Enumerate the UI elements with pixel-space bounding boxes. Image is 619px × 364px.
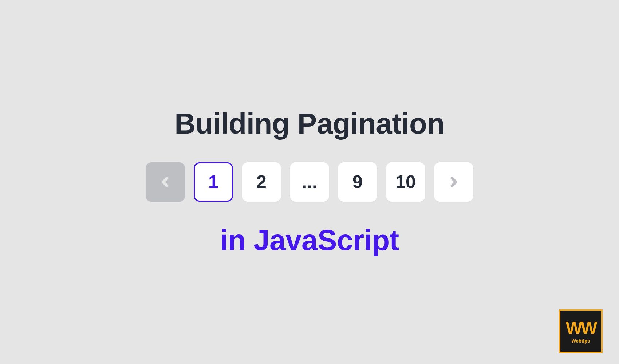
main-content: Building Pagination 1 2 ... 9 10 in Java… [146,107,473,257]
pagination-container: 1 2 ... 9 10 [146,162,473,202]
page-subtitle: in JavaScript [220,223,399,257]
chevron-left-icon [159,175,172,189]
pagination-ellipsis: ... [290,162,329,202]
pagination-next-button[interactable] [434,162,473,202]
pagination-page-1[interactable]: 1 [194,162,233,202]
page-title: Building Pagination [174,107,445,141]
pagination-prev-button[interactable] [146,162,185,202]
logo-main-text: WW [566,319,596,337]
logo-sub-text: Webtips [572,338,590,344]
pagination-page-10[interactable]: 10 [386,162,425,202]
chevron-right-icon [447,175,460,189]
webtips-logo: WW Webtips [559,309,603,353]
pagination-page-2[interactable]: 2 [242,162,281,202]
pagination-page-9[interactable]: 9 [338,162,377,202]
